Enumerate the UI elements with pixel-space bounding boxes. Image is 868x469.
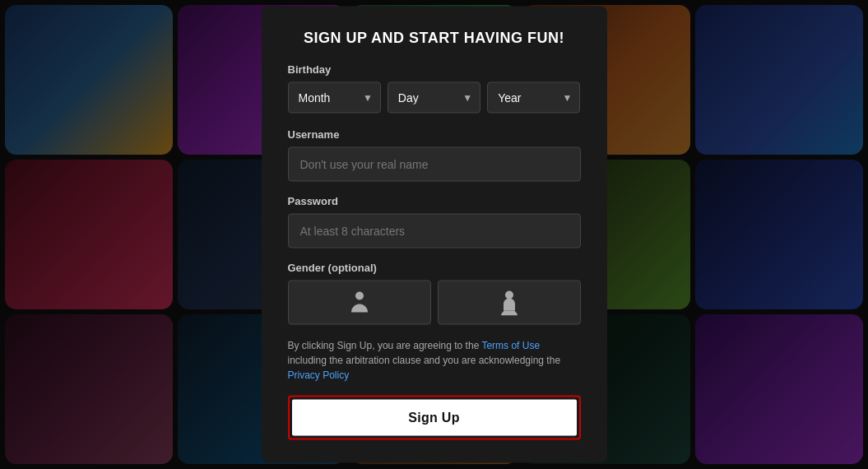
month-select[interactable]: Month January February March April May J…: [288, 82, 381, 114]
gender-label: Gender (optional): [288, 262, 581, 274]
username-label: Username: [288, 128, 581, 141]
female-icon: [498, 290, 521, 316]
svg-point-1: [505, 291, 513, 300]
day-select-wrapper: Day ▼: [388, 82, 480, 114]
terms-middle: including the arbitration clause and you…: [288, 355, 561, 366]
privacy-policy-link[interactable]: Privacy Policy: [288, 369, 350, 381]
birthday-row: Month January February March April May J…: [288, 82, 581, 114]
terms-text: By clicking Sign Up, you are agreeing to…: [288, 338, 581, 383]
female-gender-button[interactable]: [438, 281, 581, 325]
birthday-label: Birthday: [288, 63, 581, 76]
year-select[interactable]: Year: [487, 82, 580, 114]
day-select[interactable]: Day: [388, 82, 480, 114]
male-icon: [348, 290, 371, 316]
password-field[interactable]: [288, 214, 581, 248]
terms-prefix: By clicking Sign Up, you are agreeing to…: [288, 340, 482, 351]
gender-row: [288, 281, 581, 325]
signup-button[interactable]: Sign Up: [292, 400, 577, 436]
year-select-wrapper: Year ▼: [487, 82, 580, 114]
terms-of-use-link[interactable]: Terms of Use: [481, 340, 540, 351]
password-label: Password: [288, 195, 581, 207]
male-gender-button[interactable]: [288, 281, 431, 325]
username-group: Username: [288, 128, 581, 182]
password-group: Password: [288, 195, 581, 248]
signup-modal: SIGN UP AND START HAVING FUN! Birthday M…: [262, 7, 607, 463]
modal-title: SIGN UP AND START HAVING FUN!: [288, 30, 581, 47]
gender-group: Gender (optional): [288, 262, 581, 325]
username-field[interactable]: [288, 147, 581, 182]
month-select-wrapper: Month January February March April May J…: [288, 82, 381, 114]
signup-button-wrapper: Sign Up: [288, 396, 581, 440]
svg-point-0: [355, 292, 364, 300]
